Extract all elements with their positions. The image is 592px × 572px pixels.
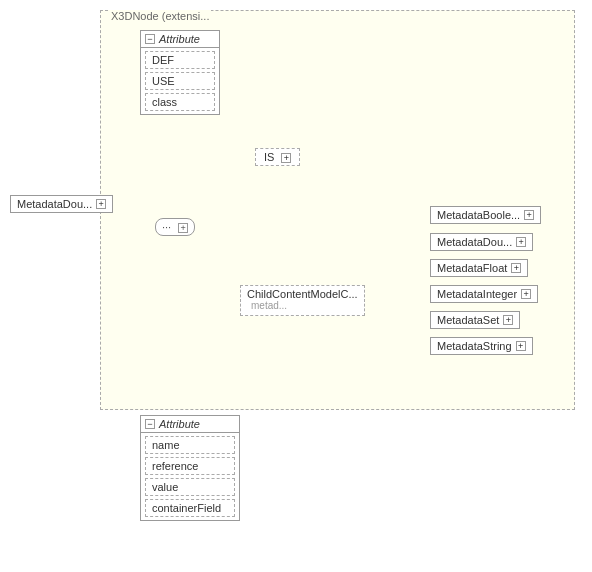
is-node[interactable]: IS + xyxy=(255,148,300,166)
meta-node-1[interactable]: MetadataDou... + xyxy=(430,233,533,251)
child-node-label: ChildContentModelC... xyxy=(247,288,358,300)
attr-item-use: USE xyxy=(145,72,215,90)
meta-node-4[interactable]: MetadataSet + xyxy=(430,311,520,329)
meta-node-4-label: MetadataSet xyxy=(437,314,499,326)
meta-node-0-label: MetadataBoole... xyxy=(437,209,520,221)
meta-node-0[interactable]: MetadataBoole... + xyxy=(430,206,541,224)
child-node[interactable]: ChildContentModelC... metad... xyxy=(240,285,365,316)
attr-box-top: − Attribute DEF USE class xyxy=(140,30,220,115)
meta-node-5-plus[interactable]: + xyxy=(516,341,526,351)
attr-box-top-title: Attribute xyxy=(159,33,200,45)
is-node-label: IS xyxy=(264,151,274,163)
meta-node-4-plus[interactable]: + xyxy=(503,315,513,325)
minus-icon-top[interactable]: − xyxy=(145,34,155,44)
meta-node-3[interactable]: MetadataInteger + xyxy=(430,285,538,303)
meta-node-1-label: MetadataDou... xyxy=(437,236,512,248)
ellipsis-node[interactable]: ··· + xyxy=(155,218,195,236)
attr-box-bottom-header: − Attribute xyxy=(141,416,239,433)
meta-node-2[interactable]: MetadataFloat + xyxy=(430,259,528,277)
meta-node-2-label: MetadataFloat xyxy=(437,262,507,274)
meta-node-5-label: MetadataString xyxy=(437,340,512,352)
minus-icon-bottom[interactable]: − xyxy=(145,419,155,429)
attr-item-class: class xyxy=(145,93,215,111)
attr-box-bottom: − Attribute name reference value contain… xyxy=(140,415,240,521)
meta-node-5[interactable]: MetadataString + xyxy=(430,337,533,355)
meta-node-2-plus[interactable]: + xyxy=(511,263,521,273)
meta-node-3-label: MetadataInteger xyxy=(437,288,517,300)
child-node-sublabel: metad... xyxy=(247,300,358,313)
meta-node-1-plus[interactable]: + xyxy=(516,237,526,247)
ellipsis-plus-icon[interactable]: + xyxy=(178,223,188,233)
attr-item-containerfield: containerField xyxy=(145,499,235,517)
meta-left-plus-icon[interactable]: + xyxy=(96,199,106,209)
attr-item-name: name xyxy=(145,436,235,454)
outer-box-label: X3DNode (extensi... xyxy=(109,10,211,22)
is-node-plus-icon[interactable]: + xyxy=(281,153,291,163)
meta-node-3-plus[interactable]: + xyxy=(521,289,531,299)
attr-item-def: DEF xyxy=(145,51,215,69)
attr-box-bottom-title: Attribute xyxy=(159,418,200,430)
meta-left-node[interactable]: MetadataDou... + xyxy=(10,195,113,213)
diagram-container: ⊞ X3DNode (extensi... − Attribute DEF US… xyxy=(0,0,592,572)
ellipsis-label: ··· xyxy=(162,221,171,233)
attr-item-reference: reference xyxy=(145,457,235,475)
attr-item-value: value xyxy=(145,478,235,496)
meta-left-label: MetadataDou... xyxy=(17,198,92,210)
attr-box-top-header: − Attribute xyxy=(141,31,219,48)
meta-node-0-plus[interactable]: + xyxy=(524,210,534,220)
